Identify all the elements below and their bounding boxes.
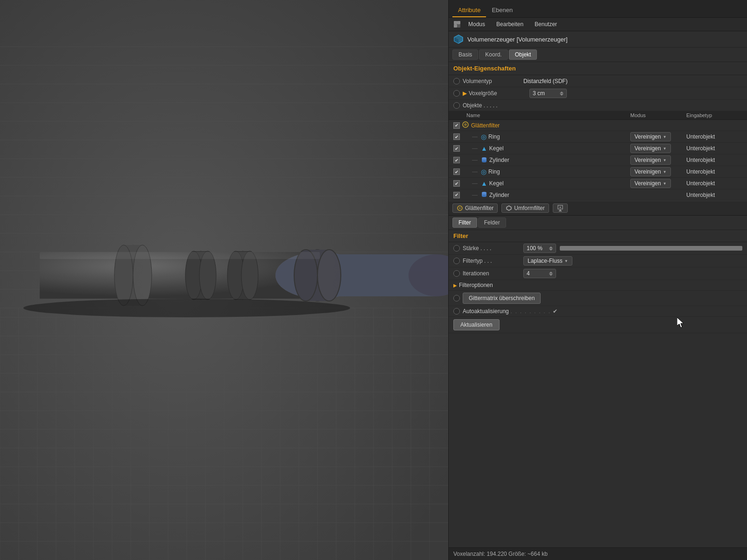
property-tabs: Basis Koord. Objekt: [449, 48, 747, 62]
modus-dropdown[interactable]: Vereinigen: [630, 132, 671, 141]
row-checkbox[interactable]: ✔: [453, 122, 460, 129]
objekte-radio[interactable]: [453, 102, 460, 109]
row-checkbox[interactable]: ✔: [453, 168, 460, 175]
filter-tab[interactable]: Filter: [452, 217, 477, 228]
panel-scroll-area[interactable]: Objekt-Eigenschaften Volumentyp Distanzf…: [449, 62, 747, 547]
table-row[interactable]: ✔ — ▲ Kegel Vereinigen Unterobjekt: [449, 178, 747, 189]
umformfilter-label: Umformfilter: [514, 205, 544, 211]
row-eingabe-cell: Unterobjekt: [686, 157, 742, 163]
staerke-input[interactable]: 100 %: [523, 244, 556, 253]
objekte-label-text: Objekte . . . . .: [463, 102, 498, 109]
benutzer-button[interactable]: Benutzer: [530, 20, 562, 29]
felder-tab[interactable]: Felder: [478, 217, 506, 228]
tab-ebenen[interactable]: Ebenen: [486, 4, 518, 17]
autoaktualisierung-checkmark: ✔: [553, 308, 557, 315]
col-eingabe: Eingabetyp: [686, 112, 742, 118]
volumentyp-radio[interactable]: [453, 78, 460, 84]
row-checkbox[interactable]: ✔: [453, 180, 460, 187]
iterationen-input[interactable]: 4: [523, 269, 556, 278]
row-name-text: Kegel: [489, 180, 504, 187]
table-row[interactable]: ✔ — ◎ Ring Vereinigen Unterobjekt: [449, 131, 747, 143]
row-checkbox[interactable]: ✔: [453, 157, 460, 163]
row-name-text: Kegel: [489, 145, 504, 152]
modus-dropdown[interactable]: Vereinigen: [630, 167, 671, 176]
row-checkbox[interactable]: ✔: [453, 145, 460, 152]
umformfilter-toolbar-btn[interactable]: Umformfilter: [501, 203, 549, 213]
row-eingabe-cell: Unterobjekt: [686, 192, 742, 198]
row-modus-cell[interactable]: Vereinigen: [630, 179, 686, 188]
row-name-text: Glättenfilter: [471, 122, 500, 129]
staerke-spinner[interactable]: [549, 246, 553, 251]
tab-attribute[interactable]: Attribute: [452, 4, 486, 17]
aktualisieren-button[interactable]: Aktualisieren: [453, 319, 500, 330]
svg-rect-76: [40, 252, 320, 259]
svg-rect-80: [454, 24, 457, 28]
svg-rect-79: [457, 21, 460, 24]
filtertyp-value: Laplace-Fluss: [523, 256, 742, 266]
add-filter-btn[interactable]: +: [553, 203, 568, 213]
row-checkbox[interactable]: ✔: [453, 192, 460, 198]
iterationen-row[interactable]: Iterationen 4: [449, 267, 747, 280]
gittermatrix-button[interactable]: Gittermatrix überschreiben: [463, 293, 541, 304]
objekt-eigenschaften-header: Objekt-Eigenschaften: [449, 62, 747, 75]
filteroptionen-row[interactable]: ▶ Filteroptionen: [449, 280, 747, 291]
modus-dropdown[interactable]: Vereinigen: [630, 155, 671, 165]
filtertyp-radio[interactable]: [453, 258, 460, 264]
glattenfilter-toolbar-btn[interactable]: Glättenfilter: [452, 203, 498, 213]
viewport-3d[interactable]: [0, 0, 448, 560]
row-modus-cell[interactable]: Vereinigen: [630, 132, 686, 141]
row-eingabe-cell: Unterobjekt: [686, 145, 742, 152]
staerke-row[interactable]: Stärke . . . . 100 %: [449, 242, 747, 255]
aktualisieren-row: Aktualisieren: [449, 317, 747, 333]
row-modus-cell[interactable]: Vereinigen: [630, 144, 686, 153]
table-row[interactable]: ✔ — Zylinder Vereinigen Unterobjekt: [449, 154, 747, 166]
staerke-radio[interactable]: [453, 245, 460, 252]
cylinder-icon: [481, 156, 487, 164]
table-row[interactable]: ✔ — ▲ Kegel Vereinigen Unterobjekt: [449, 143, 747, 154]
gittermatrix-radio[interactable]: [453, 295, 460, 301]
row-modus-cell[interactable]: Vereinigen: [630, 155, 686, 165]
objekte-label-row: Objekte . . . . .: [449, 100, 747, 111]
table-row[interactable]: ✔ — ◎ Ring Vereinigen Unterobjekt: [449, 166, 747, 178]
voxelgroesse-radio[interactable]: [453, 90, 460, 97]
modus-dropdown[interactable]: Vereinigen: [630, 144, 671, 153]
row-modus-cell[interactable]: Vereinigen: [630, 167, 686, 176]
volumentyp-text: Distanzfeld (SDF): [523, 78, 568, 84]
iterationen-spinner[interactable]: [549, 272, 553, 276]
attribute-panel: Attribute Ebenen Modus Bearbeiten Benutz…: [448, 0, 747, 560]
filter-tabs: Filter Felder: [449, 216, 747, 230]
svg-point-95: [459, 207, 461, 209]
volumen-icon: [453, 34, 464, 44]
filtertyp-label: Filtertyp . . .: [463, 258, 523, 264]
filteroptionen-caret: ▶: [453, 283, 457, 288]
mode-bar: Modus Bearbeiten Benutzer: [449, 18, 747, 31]
basis-tab[interactable]: Basis: [452, 49, 478, 60]
staerke-progress-bar: [560, 246, 742, 251]
row-checkbox[interactable]: ✔: [453, 133, 460, 140]
cylinder-icon: [481, 191, 487, 199]
top-tabs-bar: Attribute Ebenen: [449, 0, 747, 18]
autoaktualisierung-radio[interactable]: [453, 308, 460, 315]
bearbeiten-button[interactable]: Bearbeiten: [492, 20, 528, 29]
dots-separator: . . . . . . . . .: [511, 308, 551, 314]
svg-marker-96: [507, 206, 511, 210]
svg-rect-81: [457, 24, 460, 28]
filtertyp-row[interactable]: Filtertyp . . . Laplace-Fluss: [449, 255, 747, 267]
koord-tab[interactable]: Koord.: [479, 49, 507, 60]
object-title: Volumenerzeuger [Volumenerzeuger]: [467, 36, 568, 43]
modus-button[interactable]: Modus: [464, 20, 490, 29]
smooth-icon: [462, 121, 469, 130]
filtertyp-dropdown[interactable]: Laplace-Fluss: [523, 256, 572, 266]
modus-dropdown[interactable]: Vereinigen: [630, 179, 671, 188]
ring-icon: ◎: [481, 133, 486, 140]
table-row[interactable]: ✔ Glättenfilter: [449, 120, 747, 131]
voxelgroesse-row[interactable]: ▶ Voxelgröße 3 cm: [449, 87, 747, 100]
col-name: Name: [453, 112, 630, 118]
voxelgroesse-input[interactable]: 3 cm: [529, 89, 567, 98]
row-name-cell: — ◎ Ring: [462, 168, 630, 175]
table-row[interactable]: ✔ — Zylinder Unterobjekt: [449, 189, 747, 201]
voxelgroesse-spinner[interactable]: [560, 91, 564, 96]
objekt-tab[interactable]: Objekt: [509, 49, 537, 60]
iterationen-radio[interactable]: [453, 270, 460, 277]
volumentyp-row[interactable]: Volumentyp Distanzfeld (SDF): [449, 75, 747, 87]
